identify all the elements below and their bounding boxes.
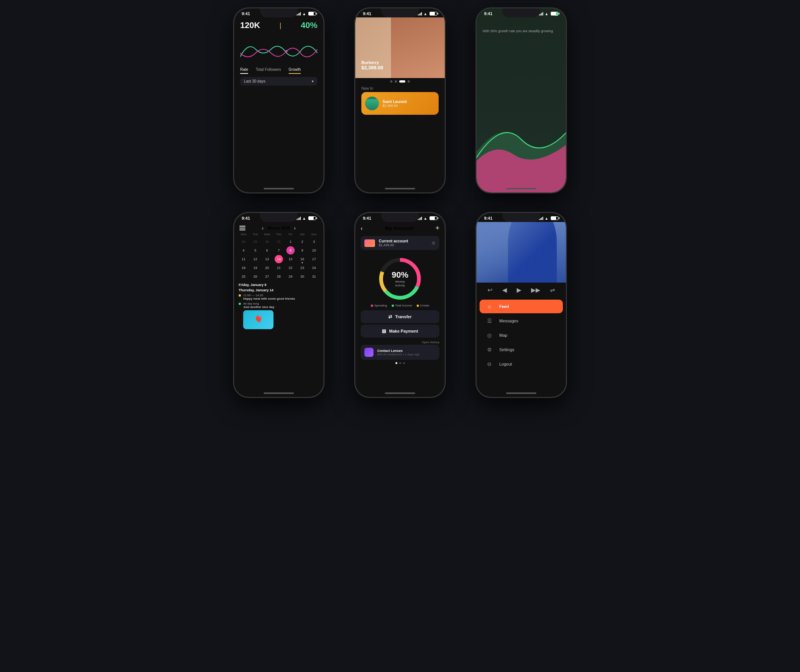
home-indicator-2 xyxy=(385,188,415,189)
cal-day[interactable]: 3 xyxy=(310,237,318,246)
cal-day-today[interactable]: 8 xyxy=(286,246,295,254)
payment-icon: ▤ xyxy=(382,328,386,334)
play-icon[interactable]: ▶ xyxy=(517,286,521,294)
status-bar-4: 9:41 ▲ xyxy=(234,213,323,222)
phone-account: 9:41 ▲ ‹ My Account + C xyxy=(355,212,445,398)
cal-day[interactable]: 21 xyxy=(275,264,283,272)
loop-icon[interactable]: ↩ xyxy=(488,286,493,294)
time-4: 9:41 xyxy=(242,216,250,221)
add-button[interactable]: + xyxy=(435,224,439,232)
cal-day[interactable]: 1 xyxy=(286,237,295,246)
tab-growth[interactable]: Growth xyxy=(289,67,301,74)
cal-day[interactable]: 30 xyxy=(263,237,271,246)
menu-item-map[interactable]: ◎ Map xyxy=(480,328,563,342)
month-year-label: March 2019 xyxy=(267,226,290,230)
cal-day[interactable]: 7 xyxy=(275,246,283,254)
cal-day[interactable]: 10 xyxy=(310,246,318,254)
prev-icon[interactable]: ◀ xyxy=(502,286,507,294)
cal-day[interactable]: 29 xyxy=(251,237,259,246)
menu-item-settings[interactable]: ⚙ Settings xyxy=(480,343,563,357)
cal-day[interactable]: 28 xyxy=(275,272,283,281)
transfer-button[interactable]: ⇄ Transfer xyxy=(361,310,439,323)
cal-day[interactable]: 26 xyxy=(251,272,259,281)
wifi-icon: ▲ xyxy=(302,12,306,16)
battery-icon-6 xyxy=(551,216,558,220)
make-payment-button[interactable]: ▤ Make Payment xyxy=(361,325,439,338)
home-indicator-1 xyxy=(264,188,294,189)
prev-month-button[interactable]: ‹ xyxy=(262,225,264,231)
cal-day[interactable]: 16 xyxy=(298,255,306,263)
cal-day[interactable]: 24 xyxy=(310,264,318,272)
cal-day[interactable]: 31 xyxy=(310,272,318,281)
tab-followers[interactable]: Total Followers xyxy=(256,67,281,74)
cal-day[interactable]: 12 xyxy=(251,255,259,263)
calendar-header: ‹ March 2019 › xyxy=(234,222,323,233)
date-dropdown[interactable]: Last 30 days ▾ xyxy=(240,77,317,86)
menu-item-feed[interactable]: ⌂ Feed xyxy=(480,300,563,313)
cal-day[interactable]: 15 xyxy=(286,255,295,263)
signal-icon-3 xyxy=(539,12,543,16)
status-icons-5: ▲ xyxy=(418,216,437,221)
circle-chart: 90% WeeklyActivity xyxy=(377,256,423,302)
new-item-card[interactable]: Saint Laurent $2,399.00 xyxy=(362,92,438,115)
cal-day[interactable]: 4 xyxy=(239,246,248,254)
cal-day[interactable]: 18 xyxy=(239,264,248,272)
cal-day[interactable]: 29 xyxy=(286,272,295,281)
fast-forward-icon[interactable]: ▶▶ xyxy=(531,286,540,294)
day-wed: Wed xyxy=(261,233,273,236)
home-indicator-4 xyxy=(264,392,294,394)
cal-day[interactable]: 11 xyxy=(239,255,248,263)
battery-icon-3 xyxy=(551,12,558,16)
event-title-2: Just another nice day xyxy=(243,305,274,309)
home-indicator-6 xyxy=(506,392,536,394)
cal-day[interactable]: 28 xyxy=(239,237,248,246)
wave-chart xyxy=(240,34,317,64)
cal-day[interactable]: 22 xyxy=(286,264,295,272)
next-month-button[interactable]: › xyxy=(294,225,296,231)
settings-gear-icon[interactable]: ⚙ xyxy=(432,240,435,246)
cal-day[interactable]: 27 xyxy=(263,272,271,281)
transaction-icon xyxy=(365,348,373,357)
model-image xyxy=(391,18,445,78)
tab-rate[interactable]: Rate xyxy=(240,67,248,74)
account-header: ‹ My Account + xyxy=(355,222,445,234)
cal-day[interactable]: 17 xyxy=(310,255,318,263)
signal-icon-2 xyxy=(418,12,422,16)
wifi-icon-5: ▲ xyxy=(424,216,427,221)
battery-icon-4 xyxy=(308,216,316,220)
account-card: Current account $1,439.00 ⚙ xyxy=(361,236,439,250)
cal-day[interactable]: 2 xyxy=(298,237,306,246)
cal-day[interactable]: 6 xyxy=(263,246,271,254)
phone-growth: 9:41 ▲ With 30% growth rate you are stea… xyxy=(476,8,567,193)
open-history-link[interactable]: Open History xyxy=(355,339,445,345)
home-indicator-5 xyxy=(385,392,415,394)
menu-item-messages[interactable]: ☰ Messages xyxy=(480,314,563,328)
cal-day[interactable]: 20 xyxy=(263,264,271,272)
status-bar-6: 9:41 ▲ xyxy=(477,213,566,222)
day-fri: Fri xyxy=(285,233,296,236)
cal-day[interactable]: 25 xyxy=(239,272,248,281)
cal-day[interactable]: 23 xyxy=(298,264,306,272)
battery-icon-5 xyxy=(430,216,437,220)
map-label: Map xyxy=(499,333,507,338)
cal-day[interactable]: 31 xyxy=(275,237,283,246)
calendar-events: Friday, January 8 Thursday, January 14 1… xyxy=(234,281,323,331)
menu-item-logout[interactable]: ⊖ Logout xyxy=(480,357,563,371)
new-in-label: New In xyxy=(355,85,445,92)
event-date-1: Friday, January 8 xyxy=(238,283,319,287)
signal-icon-4 xyxy=(297,216,301,220)
dot-1 xyxy=(390,80,392,83)
cal-day[interactable]: 19 xyxy=(251,264,259,272)
cal-day[interactable]: 30 xyxy=(298,272,306,281)
transaction-time: 2 days ago xyxy=(405,353,420,356)
cal-day[interactable]: 5 xyxy=(251,246,259,254)
back-button[interactable]: ‹ xyxy=(361,225,363,232)
cal-day[interactable]: 13 xyxy=(263,255,271,263)
hamburger-menu[interactable] xyxy=(239,226,245,230)
phone-shopping: 9:41 ▲ Burberry $2,399.00 xyxy=(355,8,445,193)
cal-day[interactable]: 9 xyxy=(298,246,306,254)
cal-day-selected[interactable]: 14 xyxy=(275,255,283,263)
logout-icon: ⊖ xyxy=(486,361,493,367)
circle-text: 90% WeeklyActivity xyxy=(392,270,408,288)
shuffle-icon[interactable]: ⇌ xyxy=(550,286,555,294)
